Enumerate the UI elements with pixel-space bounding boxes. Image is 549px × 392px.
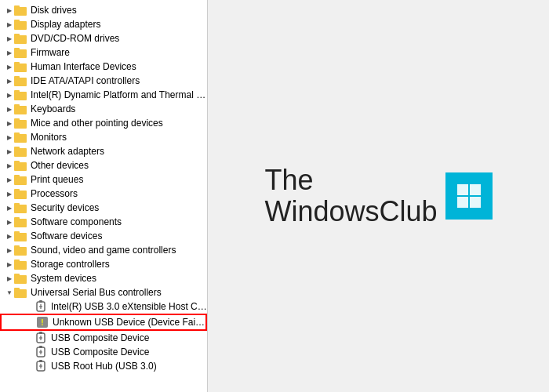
tree-arrow[interactable]: ▶ [5,46,14,59]
tree-arrow[interactable]: ▶ [5,159,14,172]
svg-rect-11 [14,76,20,79]
watermark-line2: WindowsClub [264,196,437,227]
tree-item-software-components[interactable]: ▶ Software components [0,215,207,229]
usb-icon [35,332,47,344]
folder-icon [14,216,27,228]
tree-item-label: Intel(R) Dynamic Platform and Thermal Fr… [29,89,207,100]
usb-icon [35,346,47,358]
tree-item-label: Disk drives [29,5,77,16]
tree-item-display-adapters[interactable]: ▶ Display adapters [0,17,207,31]
windows-logo-icon [445,172,493,220]
folder-icon [14,18,27,31]
svg-rect-19 [14,132,20,136]
tree-arrow[interactable]: ▶ [5,32,14,45]
folder-icon [14,32,27,45]
folder-icon [14,244,27,256]
tree-item-firmware[interactable]: ▶ Firmware [0,45,207,60]
tree-arrow[interactable]: ▶ [5,18,14,31]
tree-arrow[interactable]: ▶ [5,201,14,214]
tree-item-dvd-cdrom[interactable]: ▶ DVD/CD-ROM drives [0,31,207,45]
svg-rect-33 [14,231,20,234]
tree-arrow[interactable]: ▶ [5,173,14,186]
tree-arrow[interactable]: ▶ [5,103,14,115]
svg-rect-49 [39,332,42,334]
warning-icon: ! [36,316,49,328]
tree-item-processors[interactable]: ▶ Processors [0,187,207,201]
tree-item-keyboards[interactable]: ▶ Keyboards [0,102,207,116]
tree-arrow[interactable] [25,346,35,358]
tree-item-sound-video[interactable]: ▶ Sound, video and game controllers [0,243,207,257]
folder-icon [14,258,27,270]
svg-marker-60 [457,184,468,195]
tree-arrow[interactable]: ▶ [5,145,14,158]
tree-item-label: Intel(R) USB 3.0 eXtensible Host Control… [49,301,207,312]
tree-item-label: Human Interface Devices [29,61,136,72]
tree-item-usb-root-hub[interactable]: USB Root Hub (USB 3.0) [0,359,207,373]
tree-item-usb-controllers[interactable]: ▼ Universal Serial Bus controllers [0,285,207,299]
tree-arrow[interactable]: ▶ [5,89,14,101]
tree-arrow[interactable] [27,316,36,328]
svg-rect-29 [14,203,20,206]
tree-arrow[interactable]: ▼ [5,286,14,299]
svg-rect-15 [14,104,20,107]
tree-item-system-devices[interactable]: ▶ System devices [0,271,207,285]
tree-arrow[interactable]: ▶ [5,74,14,87]
tree-item-label: Network adapters [29,146,104,157]
tree-item-usb-composite-2[interactable]: USB Composite Device [0,345,207,359]
tree-item-software-devices[interactable]: ▶ Software devices [0,229,207,243]
tree-arrow[interactable]: ▶ [5,131,14,143]
watermark: The WindowsClub [264,165,492,227]
tree-item-label: Storage controllers [29,259,110,270]
tree-item-label: Display adapters [29,19,100,30]
tree-item-ide-ata[interactable]: ▶ IDE ATA/ATAPI controllers [0,74,207,88]
tree-arrow[interactable]: ▶ [5,60,14,73]
tree-item-label: Security devices [29,202,99,213]
usb-icon [35,360,47,372]
folder-icon [14,145,27,158]
tree-item-human-interface[interactable]: ▶ Human Interface Devices [0,60,207,74]
tree-item-mice[interactable]: ▶ Mice and other pointing devices [0,116,207,130]
tree-arrow[interactable]: ▶ [5,244,14,256]
tree-item-security-devices[interactable]: ▶ Security devices [0,201,207,215]
tree-arrow[interactable]: ▶ [5,272,14,285]
tree-item-intel-usb[interactable]: Intel(R) USB 3.0 eXtensible Host Control… [0,299,207,314]
svg-rect-1 [14,5,20,9]
tree-item-disk-drives[interactable]: ▶ Disk drives [0,3,207,17]
svg-rect-7 [14,48,20,51]
tree-item-label: Software devices [29,230,102,241]
tree-item-other-devices[interactable]: ▶ Other devices [0,158,207,172]
svg-marker-61 [470,184,481,195]
svg-rect-57 [39,360,42,362]
tree-item-label: Universal Serial Bus controllers [29,287,162,298]
tree-arrow[interactable] [25,300,35,313]
tree-arrow[interactable]: ▶ [5,230,14,242]
svg-text:!: ! [41,318,43,327]
tree-arrow[interactable]: ▶ [5,187,14,200]
tree-item-unknown-usb[interactable]: ! Unknown USB Device (Device Failed Enum… [0,314,207,331]
tree-item-label: Print queues [29,174,83,185]
tree-arrow[interactable]: ▶ [5,216,14,228]
tree-arrow[interactable]: ▶ [5,117,14,129]
folder-icon [14,60,27,73]
svg-marker-63 [470,197,481,208]
tree-arrow[interactable] [25,332,35,344]
tree-arrow[interactable]: ▶ [5,4,14,16]
tree-arrow[interactable] [25,360,35,372]
tree-item-print-queues[interactable]: ▶ Print queues [0,172,207,187]
tree-item-network-adapters[interactable]: ▶ Network adapters [0,144,207,158]
folder-icon [14,117,27,129]
tree-item-usb-composite-1[interactable]: USB Composite Device [0,331,207,345]
folder-icon [14,173,27,186]
folder-icon [14,230,27,242]
usb-icon [35,300,47,313]
tree-item-label: Firmware [29,47,70,58]
tree-item-label: Sound, video and game controllers [29,245,176,256]
svg-rect-3 [14,20,20,23]
device-manager-tree[interactable]: ▶ Disk drives▶ Display adapters▶ DVD/CD-… [0,0,208,392]
tree-item-monitors[interactable]: ▶ Monitors [0,130,207,144]
tree-item-storage-controllers[interactable]: ▶ Storage controllers [0,257,207,271]
tree-item-intel-dynamic[interactable]: ▶ Intel(R) Dynamic Platform and Thermal … [0,88,207,102]
folder-icon [14,103,27,115]
folder-icon [14,272,27,285]
tree-arrow[interactable]: ▶ [5,258,14,270]
